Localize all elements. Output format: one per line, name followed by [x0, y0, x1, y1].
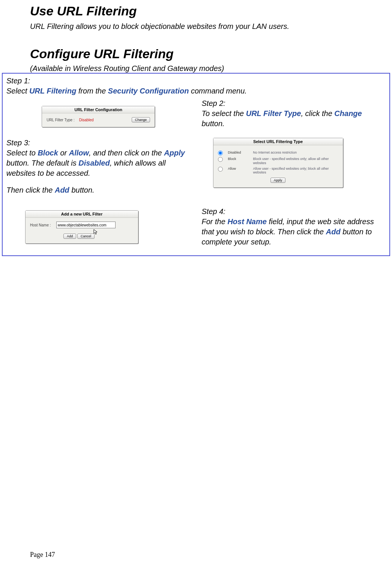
panel-select-url-filtering-type: Select URL Filtering Type Disabled No In…: [213, 138, 343, 188]
option-disabled[interactable]: Disabled No Internet access restriction: [218, 151, 338, 155]
step4-pre: For the: [202, 217, 228, 226]
option-disabled-desc: No Internet access restriction: [253, 151, 338, 155]
step1-text-post: command menu.: [189, 87, 247, 95]
step3-line2b: button.: [69, 186, 95, 194]
panel-url-filter-config: URL Filter Configuration URL Filter Type…: [42, 106, 155, 127]
option-block[interactable]: Block Block user - specified websites on…: [218, 157, 338, 165]
radio-allow[interactable]: [218, 167, 223, 172]
step3-label: Step 3:: [6, 138, 191, 148]
option-allow-label: Allow: [228, 167, 249, 170]
panel1-field-label: URL Filter Type :: [47, 118, 74, 122]
step1-text-mid: from the: [76, 87, 108, 95]
step2-text-pre: To select the: [202, 109, 246, 118]
apply-button[interactable]: Apply: [270, 178, 286, 183]
option-disabled-label: Disabled: [228, 151, 249, 154]
cancel-button[interactable]: Cancel: [77, 234, 95, 239]
step3-mid1: or: [58, 149, 69, 157]
option-allow[interactable]: Allow Allow user - specified websites on…: [218, 167, 338, 175]
panel1-title: URL Filter Configuration: [42, 106, 155, 113]
panel-add-new-url-filter: Add a new URL Filter Host Name : Add Can…: [25, 210, 138, 244]
option-block-desc: Block user - specified websites only; al…: [253, 157, 338, 165]
kw-disabled: Disabled: [78, 159, 110, 167]
radio-disabled[interactable]: [218, 151, 223, 155]
step3-line2a: Then click the: [6, 186, 55, 194]
availability-note: (Available in Wireless Routing Client an…: [30, 64, 362, 73]
step2-text-post: button.: [202, 119, 225, 128]
page-number: Page 147: [30, 551, 55, 559]
kw-host-name: Host Name: [227, 217, 266, 226]
heading-use-url-filtering: Use URL Filtering: [30, 4, 362, 18]
kw-apply: Apply: [164, 149, 185, 157]
step3-block: Step 3: Select to Block or Allow, and th…: [6, 138, 191, 195]
add-button[interactable]: Add: [63, 234, 76, 239]
host-name-input[interactable]: [56, 222, 116, 228]
panel3-title: Add a new URL Filter: [26, 211, 138, 218]
kw-url-filtering: URL Filtering: [29, 87, 76, 95]
option-allow-desc: Allow user - specified websites only; bl…: [253, 167, 338, 175]
panel1-field-value: Disabled: [79, 118, 94, 122]
kw-add2: Add: [326, 228, 341, 236]
option-block-label: Block: [228, 157, 249, 161]
step1-label: Step 1:: [6, 76, 386, 86]
step3-mid3: button. The default is: [6, 159, 78, 167]
intro-paragraph: URL Filtering allows you to block object…: [30, 21, 362, 32]
kw-change: Change: [334, 109, 362, 118]
kw-allow: Allow: [69, 149, 89, 157]
panel2-title: Select URL Filtering Type: [213, 138, 343, 145]
kw-security-configuration: Security Configuration: [108, 87, 189, 95]
step3-pre: Select to: [6, 149, 38, 157]
heading-configure-url-filtering: Configure URL Filtering: [30, 47, 362, 61]
kw-url-filter-type: URL Filter Type: [246, 109, 301, 118]
change-button[interactable]: Change: [132, 117, 150, 122]
step1-block: Step 1: Select URL Filtering from the Se…: [6, 76, 386, 96]
kw-block: Block: [38, 149, 58, 157]
step2-block: Step 2: To select the URL Filter Type, c…: [202, 98, 386, 129]
step3-mid2: , and then click on the: [89, 149, 164, 157]
cursor-icon: [93, 229, 98, 236]
step4-label: Step 4:: [202, 207, 386, 217]
step2-label: Step 2:: [202, 98, 386, 109]
host-name-label: Host Name :: [30, 223, 51, 227]
steps-container: Step 1: Select URL Filtering from the Se…: [2, 73, 390, 256]
step2-text-mid: , click the: [301, 109, 334, 118]
step1-text-pre: Select: [6, 87, 29, 95]
step4-block: Step 4: For the Host Name field, input t…: [202, 207, 386, 247]
radio-block[interactable]: [218, 157, 223, 162]
kw-add: Add: [55, 186, 69, 194]
